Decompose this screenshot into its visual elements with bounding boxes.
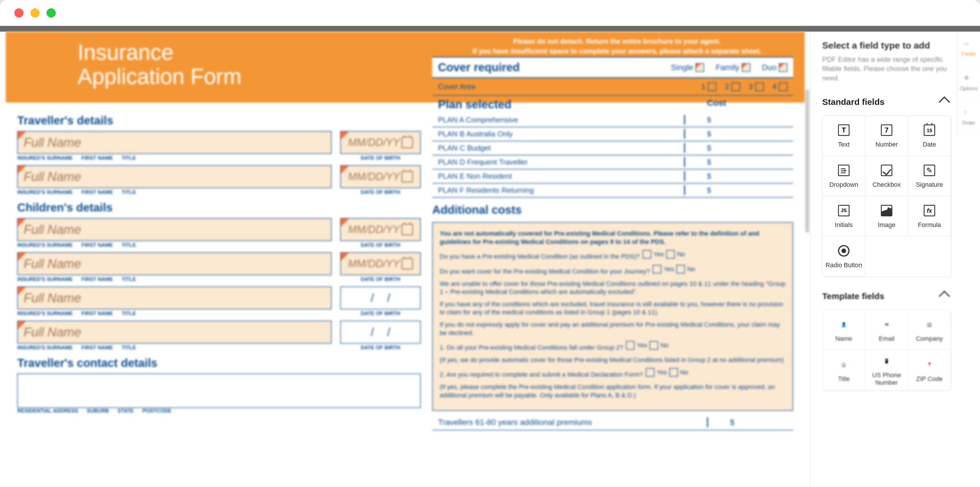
name-field[interactable]: Full Name bbox=[17, 286, 332, 309]
formula-icon bbox=[924, 205, 935, 216]
template-fields-header[interactable]: Template fields bbox=[822, 291, 951, 301]
sidebar-tabs: ▭ Fields ⚙ Options ↕ Order bbox=[957, 32, 980, 135]
field-type-company[interactable]: 🏢Company bbox=[908, 310, 951, 350]
template-fields-grid: 👤Name ✉Email 🏢Company 👔Title 📱US Phone N… bbox=[822, 310, 951, 391]
form-title-line1: Insurance bbox=[78, 40, 415, 64]
plan-checkbox[interactable] bbox=[684, 185, 685, 195]
plan-row: PLAN E Non Resident$ bbox=[432, 170, 793, 184]
window-zoom-button[interactable] bbox=[46, 8, 56, 18]
cover-required-row: Cover required Single Family Duo bbox=[432, 57, 793, 78]
field-type-number[interactable]: Number bbox=[865, 116, 908, 156]
cover-option-duo[interactable]: Duo bbox=[762, 63, 788, 72]
sidebar-panel: ▭ Fields ⚙ Options ↕ Order Select a fiel… bbox=[810, 32, 980, 487]
tab-fields[interactable]: ▭ Fields bbox=[957, 32, 980, 66]
field-type-zip[interactable]: 📍ZIP Code bbox=[908, 350, 951, 390]
zip-icon: 📍 bbox=[923, 358, 936, 371]
travellers-61-row: Travellers 61-80 years additional premiu… bbox=[432, 415, 793, 430]
checkbox-icon bbox=[881, 165, 892, 176]
field-type-name[interactable]: 👤Name bbox=[822, 310, 865, 350]
document-canvas[interactable]: Insurance Application Form Please do not… bbox=[0, 32, 810, 487]
company-icon: 🏢 bbox=[923, 318, 936, 331]
field-type-formula[interactable]: Formula bbox=[908, 196, 951, 236]
email-icon: ✉ bbox=[880, 318, 893, 331]
field-type-checkbox[interactable]: Checkbox bbox=[865, 156, 908, 196]
plan-checkbox[interactable] bbox=[684, 143, 685, 153]
field-type-signature[interactable]: Signature bbox=[908, 156, 951, 196]
dob-field[interactable]: // bbox=[340, 286, 421, 309]
field-type-radio-button[interactable]: Radio Button bbox=[822, 236, 865, 277]
standard-fields-grid: Text Number Date Dropdown Checkbox Signa… bbox=[822, 116, 951, 277]
form-title-line2: Application Form bbox=[78, 64, 415, 89]
plan-checkbox[interactable] bbox=[684, 171, 685, 181]
dob-field[interactable]: MM/DD/YY bbox=[340, 252, 421, 275]
dropdown-icon bbox=[838, 165, 850, 176]
image-icon bbox=[881, 205, 892, 216]
name-icon: 👤 bbox=[837, 318, 850, 331]
initials-icon bbox=[838, 205, 850, 216]
field-type-dropdown[interactable]: Dropdown bbox=[822, 156, 865, 196]
plan-checkbox[interactable] bbox=[684, 129, 685, 139]
date-icon bbox=[924, 124, 935, 136]
no-checkbox[interactable] bbox=[669, 368, 678, 377]
calendar-icon bbox=[401, 258, 413, 269]
cover-area-2[interactable]: 2 bbox=[725, 82, 740, 91]
plan-checkbox[interactable] bbox=[684, 115, 685, 125]
field-type-date[interactable]: Date bbox=[908, 116, 951, 156]
cover-option-single[interactable]: Single bbox=[671, 63, 704, 72]
plan-row: PLAN C Budget$ bbox=[432, 142, 793, 156]
yes-checkbox[interactable] bbox=[643, 250, 651, 259]
traveller-details-heading: Traveller's details bbox=[17, 114, 421, 127]
name-field[interactable]: Full Name bbox=[17, 321, 332, 344]
cover-area-4[interactable]: 4 bbox=[773, 82, 788, 91]
phone-icon: 📱 bbox=[880, 354, 893, 368]
yes-checkbox[interactable] bbox=[653, 265, 661, 274]
field-type-us-phone[interactable]: 📱US Phone Number bbox=[865, 350, 908, 390]
no-checkbox[interactable] bbox=[649, 341, 658, 350]
field-type-email[interactable]: ✉Email bbox=[865, 310, 908, 350]
window-titlebar bbox=[0, 0, 980, 26]
address-field[interactable] bbox=[17, 374, 421, 408]
fields-icon: ▭ bbox=[964, 40, 974, 49]
field-type-image[interactable]: Image bbox=[865, 196, 908, 236]
plan-checkbox[interactable] bbox=[684, 157, 685, 167]
cover-area-3[interactable]: 3 bbox=[749, 82, 764, 91]
name-field[interactable]: Full Name bbox=[17, 218, 332, 241]
window-close-button[interactable] bbox=[14, 8, 24, 18]
dob-field[interactable]: // bbox=[340, 321, 421, 344]
dob-field[interactable]: MM/DD/YY bbox=[340, 131, 421, 154]
cover-area-1[interactable]: 1 bbox=[701, 82, 716, 91]
chevron-up-icon bbox=[939, 96, 950, 108]
name-field[interactable]: Full Name bbox=[17, 165, 332, 188]
tab-order[interactable]: ↕ Order bbox=[957, 100, 980, 135]
cover-option-family[interactable]: Family bbox=[716, 63, 750, 72]
checkbox[interactable] bbox=[707, 417, 708, 427]
dob-field[interactable]: MM/DD/YY bbox=[340, 218, 421, 241]
name-field[interactable]: Full Name bbox=[17, 252, 332, 275]
header-notice-2: If you have insufficient space to comple… bbox=[441, 47, 793, 55]
calendar-icon bbox=[401, 171, 413, 183]
no-checkbox[interactable] bbox=[666, 250, 675, 259]
yes-checkbox[interactable] bbox=[626, 341, 635, 350]
field-type-initials[interactable]: Initials bbox=[822, 196, 865, 236]
no-checkbox[interactable] bbox=[676, 265, 685, 274]
document-scrollbar[interactable] bbox=[805, 89, 809, 233]
additional-costs-heading: Additional costs bbox=[432, 204, 793, 216]
field-type-text[interactable]: Text bbox=[822, 116, 865, 156]
standard-fields-header[interactable]: Standard fields bbox=[822, 97, 951, 107]
radio-icon bbox=[838, 245, 850, 256]
yes-checkbox[interactable] bbox=[646, 368, 654, 377]
field-type-title[interactable]: 👔Title bbox=[822, 350, 865, 390]
additional-costs-box: You are not automatically covered for Pr… bbox=[432, 222, 793, 411]
name-field[interactable]: Full Name bbox=[17, 131, 332, 154]
calendar-icon bbox=[401, 224, 413, 235]
options-icon: ⚙ bbox=[964, 75, 974, 84]
plan-row: PLAN F Residents Returning$ bbox=[432, 184, 793, 198]
header-notice-1: Please do not detach. Return the entire … bbox=[441, 37, 793, 45]
window-minimize-button[interactable] bbox=[30, 8, 40, 18]
children-details-heading: Children's details bbox=[17, 201, 421, 214]
sidebar-subtitle: PDF Editor has a wide range of specific … bbox=[822, 55, 951, 83]
signature-icon bbox=[924, 165, 935, 176]
plan-row: PLAN A Comprehensive$ bbox=[432, 113, 793, 127]
dob-field[interactable]: MM/DD/YY bbox=[340, 165, 421, 188]
tab-options[interactable]: ⚙ Options bbox=[957, 66, 980, 100]
